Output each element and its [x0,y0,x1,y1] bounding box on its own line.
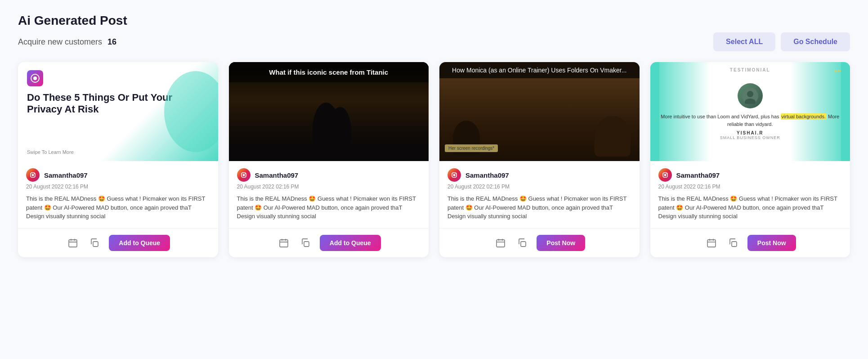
svg-point-20 [456,173,456,174]
svg-point-31 [666,173,667,174]
svg-rect-32 [707,240,716,247]
svg-point-19 [453,174,456,176]
username-3: Samantha097 [465,171,509,179]
post-card-4: TESTIMONIAL “” More intuitive to use tha… [650,62,850,257]
post-date-2: 20 August 2022 02:16 PM [237,184,421,190]
svg-point-12 [245,173,246,174]
post-text-4: This is the REAL MADness 🤩 Guess what ! … [658,194,842,221]
username-1: Samantha097 [44,171,88,179]
reviewer-name: YISHAI.R [737,130,763,135]
card-image-2: What if this iconic scene from Titanic [229,62,429,161]
username-2: Samantha097 [255,171,299,179]
copy-icon-3[interactable] [515,236,529,250]
post-card-3: How Monica (as an Online Trainer) Uses F… [439,62,640,257]
monica-caption: How Monica (as an Online Trainer) Uses F… [439,62,640,78]
screen-recordings-label: Her screen recordings* [445,144,498,152]
testimonial-label: TESTIMONIAL [730,67,770,72]
subtitle: Acquire new customers [18,37,102,47]
card-footer-2: Add to Queue [229,228,429,257]
select-all-button[interactable]: Select ALL [713,32,775,51]
teal-side-left [650,62,659,161]
card-footer-1: Add to Queue [18,228,218,257]
calendar-icon-1[interactable] [66,236,80,250]
svg-rect-13 [280,240,288,247]
user-avatar-4 [658,168,672,182]
svg-rect-9 [93,242,98,247]
user-avatar-2 [237,168,251,182]
svg-rect-25 [521,242,526,247]
card-image-1: Do These 5 Things Or Put Your Privacy At… [18,62,218,161]
titanic-caption: What if this iconic scene from Titanic [229,62,429,82]
post-text-3: This is the REAL MADness 🤩 Guess what ! … [447,194,631,221]
logo-icon-1 [27,70,43,86]
card-body-4: Samantha097 20 August 2022 02:16 PM This… [650,161,850,228]
user-row-3: Samantha097 [447,168,631,182]
user-avatar-1 [26,168,40,182]
svg-point-3 [32,174,34,176]
svg-rect-21 [497,240,505,247]
quote-marks: “” [834,67,841,80]
testimonial-highlighted: virtual backgrounds. [781,113,827,120]
copy-icon-2[interactable] [298,236,313,250]
user-row-2: Samantha097 [237,168,421,182]
calendar-icon-3[interactable] [493,236,508,250]
header-left: Acquire new customers 16 [18,37,116,47]
copy-icon-1[interactable] [87,236,102,250]
post-now-button-4[interactable]: Post Now [747,235,796,251]
add-to-queue-button-2[interactable]: Add to Queue [320,235,381,251]
card-footer-3: Post Now [439,228,640,257]
add-to-queue-button-1[interactable]: Add to Queue [109,235,170,251]
testimonial-text: More intuitive to use than Loom and VidY… [659,113,841,128]
header-row: Acquire new customers 16 Select ALL Go S… [18,32,850,51]
svg-rect-5 [69,240,77,247]
user-row-4: Samantha097 [658,168,842,182]
cards-grid: Do These 5 Things Or Put Your Privacy At… [18,62,850,257]
card-body-3: Samantha097 20 August 2022 02:16 PM This… [439,161,640,228]
svg-point-1 [33,76,37,80]
card-image-3: How Monica (as an Online Trainer) Uses F… [439,62,640,161]
post-text-2: This is the REAL MADness 🤩 Guess what ! … [237,194,421,221]
page-title: Ai Generated Post [18,13,850,28]
swipe-text-1: Swipe To Learn More [27,149,74,155]
card-footer-4: Post Now [650,228,850,257]
monica-scene: Her screen recordings* [439,78,640,161]
post-count: 16 [107,37,116,47]
post-date-4: 20 August 2022 02:16 PM [658,184,842,190]
card-body-2: Samantha097 20 August 2022 02:16 PM This… [229,161,429,228]
post-date-3: 20 August 2022 02:16 PM [447,184,631,190]
card-body-1: Samantha097 20 August 2022 02:16 PM This… [18,161,218,228]
teal-side-right [841,62,850,161]
post-date-1: 20 August 2022 02:16 PM [26,184,210,190]
svg-rect-36 [732,242,737,247]
post-card-2: What if this iconic scene from Titanic S… [229,62,429,257]
calendar-icon-4[interactable] [704,236,719,250]
svg-point-27 [747,91,753,97]
user-row-1: Samantha097 [26,168,210,182]
header-buttons: Select ALL Go Schedule [713,32,850,51]
post-card-1: Do These 5 Things Or Put Your Privacy At… [18,62,218,257]
svg-point-4 [34,173,35,174]
copy-icon-4[interactable] [726,236,740,250]
post-now-button-3[interactable]: Post Now [537,235,585,251]
user-avatar-3 [447,168,461,182]
go-schedule-button[interactable]: Go Schedule [781,32,850,51]
testimonial-text-before: More intuitive to use than Loom and VidY… [661,114,780,119]
reviewer-role: SMALL BUSINESS OWNER [720,135,780,140]
username-4: Samantha097 [676,171,720,179]
card-image-4: TESTIMONIAL “” More intuitive to use tha… [650,62,850,161]
calendar-icon-2[interactable] [277,236,291,250]
svg-rect-17 [304,242,309,247]
reviewer-avatar [738,83,763,108]
svg-point-30 [664,174,666,176]
svg-point-11 [242,174,245,176]
post-text-1: This is the REAL MADness 🤩 Guess what ! … [26,194,210,221]
